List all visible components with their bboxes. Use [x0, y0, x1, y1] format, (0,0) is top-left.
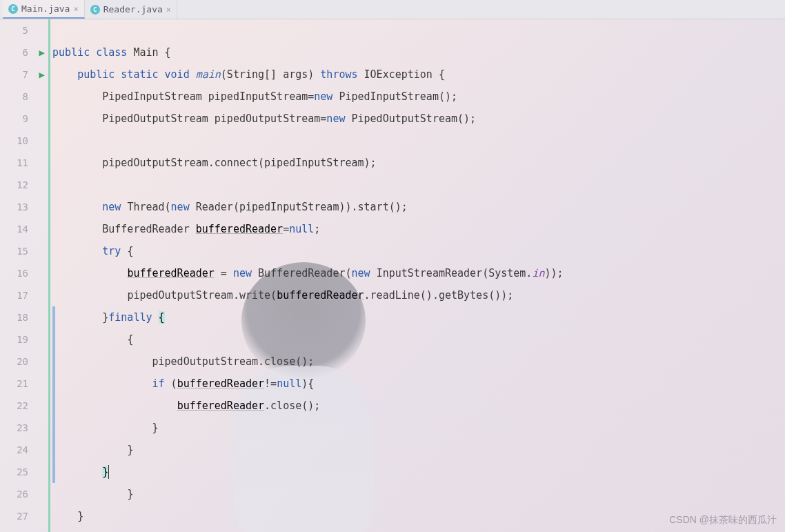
line-number[interactable]: 26: [0, 483, 49, 505]
code-line[interactable]: }: [52, 483, 785, 505]
line-number[interactable]: 19: [0, 328, 49, 351]
tab-main-java[interactable]: CMain.java×: [3, 0, 85, 19]
code-line[interactable]: [52, 19, 785, 41]
code-line[interactable]: }: [52, 417, 785, 439]
line-number[interactable]: 16: [0, 262, 49, 284]
close-icon[interactable]: ×: [166, 5, 171, 14]
code-line[interactable]: try {: [52, 240, 785, 262]
line-number[interactable]: 12: [0, 174, 49, 196]
tab-label: Main.java: [21, 3, 70, 14]
line-number[interactable]: 21: [0, 373, 49, 395]
code-line[interactable]: new Thread(new Reader(pipedInputStream))…: [52, 196, 785, 218]
line-number[interactable]: 23: [0, 417, 49, 439]
code-area[interactable]: public class Main { public static void m…: [50, 19, 785, 532]
code-line[interactable]: public static void main(String[] args) t…: [52, 63, 785, 86]
line-number[interactable]: 11: [0, 152, 49, 174]
line-number[interactable]: 25: [0, 461, 49, 483]
line-number[interactable]: 7▶: [0, 63, 49, 86]
editor-tabs: CMain.java×CReader.java×: [0, 0, 785, 19]
code-line[interactable]: bufferedReader = new BufferedReader(new …: [52, 262, 785, 284]
line-number[interactable]: 15: [0, 240, 49, 262]
code-line[interactable]: }finally {: [52, 306, 785, 328]
gutter: 56▶7▶89101112131415161718192021222324252…: [0, 19, 50, 532]
code-line[interactable]: {: [52, 328, 785, 351]
line-number[interactable]: 22: [0, 395, 49, 417]
code-line[interactable]: }: [52, 461, 785, 483]
text-caret: [108, 465, 109, 479]
code-line[interactable]: [52, 130, 785, 152]
code-line[interactable]: PipedOutputStream pipedOutputStream=new …: [52, 108, 785, 130]
line-number[interactable]: 6▶: [0, 41, 49, 63]
code-line[interactable]: public class Main {: [52, 41, 785, 63]
code-line[interactable]: pipedOutputStream.connect(pipedInputStre…: [52, 152, 785, 174]
code-line[interactable]: if (bufferedReader!=null){: [52, 373, 785, 395]
line-number[interactable]: 5: [0, 19, 49, 41]
tab-reader-java[interactable]: CReader.java×: [85, 0, 177, 19]
line-number[interactable]: 14: [0, 218, 49, 240]
editor-area[interactable]: 56▶7▶89101112131415161718192021222324252…: [0, 19, 785, 532]
line-number[interactable]: 24: [0, 439, 49, 461]
line-number[interactable]: 18: [0, 306, 49, 328]
code-line[interactable]: pipedOutputStream.write(bufferedReader.r…: [52, 284, 785, 306]
line-number[interactable]: 27: [0, 505, 49, 527]
java-class-icon: C: [8, 4, 18, 14]
code-line[interactable]: BufferedReader bufferedReader=null;: [52, 218, 785, 240]
code-line[interactable]: bufferedReader.close();: [52, 395, 785, 417]
tab-label: Reader.java: [103, 4, 163, 14]
code-line[interactable]: }: [52, 439, 785, 461]
line-number[interactable]: 10: [0, 130, 49, 152]
code-line[interactable]: pipedOutputStream.close();: [52, 351, 785, 373]
line-number[interactable]: 17: [0, 284, 49, 306]
line-number[interactable]: 9: [0, 108, 49, 130]
code-line[interactable]: PipedInputStream pipedInputStream=new Pi…: [52, 86, 785, 108]
run-gutter-icon[interactable]: ▶: [39, 69, 45, 80]
line-number[interactable]: 8: [0, 86, 49, 108]
line-number[interactable]: 13: [0, 196, 49, 218]
java-class-icon: C: [90, 5, 100, 14]
line-number[interactable]: 20: [0, 351, 49, 373]
code-line[interactable]: [52, 174, 785, 196]
run-gutter-icon[interactable]: ▶: [39, 47, 45, 58]
code-line[interactable]: }: [52, 505, 785, 527]
close-icon[interactable]: ×: [73, 4, 78, 14]
